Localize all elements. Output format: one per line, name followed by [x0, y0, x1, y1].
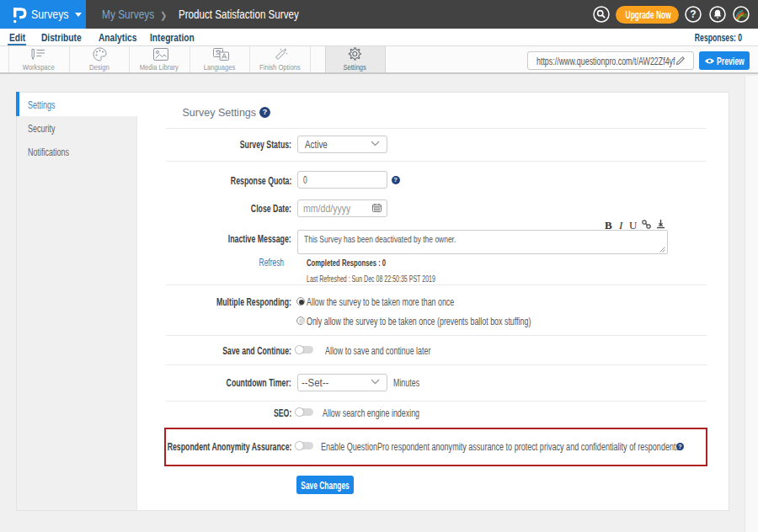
svg-text:?: ? [690, 8, 696, 20]
